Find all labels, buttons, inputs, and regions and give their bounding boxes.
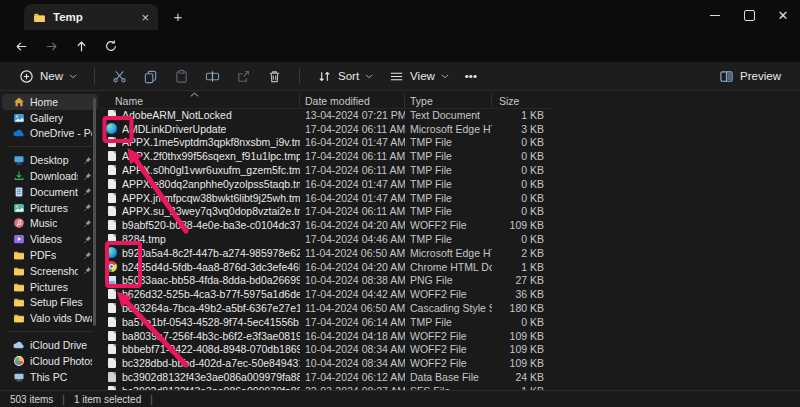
sidebar-item-label: iCloud Photos <box>30 355 92 367</box>
column-header-size[interactable]: Size <box>492 93 552 108</box>
file-size: 1 KB <box>492 109 548 121</box>
file-size: 0 KB <box>492 316 548 328</box>
file-date-modified: 16-04-2024 01:47 AM <box>300 192 405 204</box>
file-file-icon <box>108 206 116 216</box>
selection-count: 1 item selected <box>74 394 141 405</box>
file-row[interactable]: b626d32-525b-4ca3-b77f-5975a1d6de7d.tm..… <box>100 287 800 301</box>
file-row[interactable]: 8284.tmp17-04-2024 04:46 AMTMP File0 KB <box>100 232 800 246</box>
this-pc-icon <box>12 370 25 383</box>
column-header-name[interactable]: Name <box>100 93 300 108</box>
share-icon[interactable] <box>229 66 258 87</box>
sidebar-item-music[interactable]: Music <box>2 216 98 232</box>
file-row[interactable]: AMDLinkDriverUpdate17-04-2024 06:11 AMMi… <box>100 122 800 136</box>
file-type: TMP File <box>405 233 492 245</box>
sidebar-item-downloads[interactable]: Downloads <box>2 168 98 184</box>
file-row[interactable]: ba57e1bf-0543-4528-9f74-5ec41556b1b2.tmp… <box>100 315 800 329</box>
new-tab-button[interactable]: + <box>168 6 188 26</box>
file-name: APPX.su_23wey7q3vq0dop8vztai2e.tmp <box>122 205 300 217</box>
file-row[interactable]: ba8039a7-256f-4b3c-b6f2-e3f3ae081944.tmp… <box>100 329 800 343</box>
file-date-modified: 10-04-2024 08:34 AM <box>300 357 405 369</box>
sidebar-scrollbar[interactable] <box>93 98 96 326</box>
delete-icon[interactable] <box>260 66 289 87</box>
sidebar-item-valo-vids-dwai[interactable]: Valo vids Dwai <box>2 310 98 326</box>
file-type: TMP File <box>405 136 492 148</box>
file-file-icon <box>108 234 116 244</box>
file-row[interactable]: APPX.1me5vptdm3qpkf8nxsbm_i9v.tmp16-04-2… <box>100 136 800 150</box>
sidebar-item-label: iCloud Drive <box>30 339 87 351</box>
item-count: 503 items <box>10 394 53 405</box>
pin-icon <box>83 172 92 181</box>
navigation-bar: ›Dwaipayan Sengupta›AppData›Local›Temp› … <box>0 30 800 62</box>
column-header-type[interactable]: Type <box>405 93 492 108</box>
forward-icon[interactable] <box>38 33 64 59</box>
file-name: APPX.s0h0gl1vwr6uxufm_gzem5fc.tmp <box>122 164 300 176</box>
cut-icon[interactable] <box>105 66 134 87</box>
sidebar-item-documents[interactable]: Documents <box>2 184 98 200</box>
sidebar-item-onedrive-persor[interactable]: OneDrive - Persor <box>2 126 98 142</box>
file-row[interactable]: b2435d4d-5fdb-4aa8-876d-3dc3efe46be9.tmp… <box>100 260 800 274</box>
file-row[interactable]: APPX.e80dq2anphhe0yzolpss5taqb.tmp16-04-… <box>100 177 800 191</box>
sort-button[interactable]: Sort <box>310 66 380 87</box>
file-name: bbbebf71-9422-408d-8948-070db18691c9.tm.… <box>122 343 300 355</box>
sidebar-item-gallery[interactable]: Gallery <box>2 110 98 126</box>
sidebar-item-label: Music <box>30 217 57 229</box>
file-file-icon <box>108 193 116 203</box>
new-button[interactable]: New <box>12 66 84 87</box>
file-row[interactable]: b9abf520-b088-4e0e-ba3e-c0104dc3749d.tmp… <box>100 218 800 232</box>
rename-icon[interactable] <box>198 66 227 87</box>
file-size: 109 KB <box>492 357 548 369</box>
sidebar-item-pictures[interactable]: Pictures <box>2 279 98 295</box>
file-name: 8284.tmp <box>122 233 166 245</box>
more-options-icon[interactable]: ••• <box>458 67 484 85</box>
sidebar-separator <box>8 331 92 332</box>
status-separator: | <box>150 394 153 405</box>
sidebar-item-setup-files[interactable]: Setup Files <box>2 295 98 311</box>
sidebar-item-pdfs[interactable]: PDFs <box>2 247 98 263</box>
file-row[interactable]: b093264a-7bca-49b2-a5bf-6367e27e1e79.tmp… <box>100 301 800 315</box>
file-row[interactable]: APPX.s0h0gl1vwr6uxufm_gzem5fc.tmp17-04-2… <box>100 163 800 177</box>
file-row[interactable]: b5033aac-bb58-4fda-8dda-bd0a2669932f.tmp… <box>100 274 800 288</box>
close-button[interactable]: ✕ <box>766 0 800 30</box>
column-header-date-modified[interactable]: Date modified <box>300 93 405 108</box>
onedrive-icon <box>12 127 25 140</box>
file-name: b626d32-525b-4ca3-b77f-5975a1d6de7d.tm..… <box>122 288 300 300</box>
image-file-icon <box>107 276 116 285</box>
maximize-button[interactable] <box>732 0 766 30</box>
sidebar-item-home[interactable]: Home <box>2 94 98 110</box>
edge-file-icon <box>106 123 117 134</box>
sidebar-item-videos[interactable]: Videos <box>2 231 98 247</box>
file-size: 109 KB <box>492 330 548 342</box>
file-size: 180 KB <box>492 302 548 314</box>
paste-icon[interactable] <box>167 66 196 87</box>
sidebar-item-icloud-drive[interactable]: iCloud Drive <box>2 337 98 353</box>
refresh-icon[interactable] <box>98 33 124 59</box>
file-row[interactable]: b920a5a4-8c2f-447b-a274-985978e6298f.tmp… <box>100 246 800 260</box>
file-row[interactable]: bc328dbd-bbbd-402d-a7ec-50e8494314dc.tm.… <box>100 356 800 370</box>
sidebar-item-pictures[interactable]: Pictures <box>2 200 98 216</box>
preview-button[interactable]: Preview <box>712 66 788 87</box>
tab-close-icon[interactable]: × <box>141 11 149 24</box>
up-icon[interactable] <box>68 33 94 59</box>
sidebar-item-screenshots[interactable]: Screenshots <box>2 263 98 279</box>
sort-ascending-icon <box>190 92 199 97</box>
tab-temp[interactable]: Temp × <box>24 4 158 30</box>
file-row[interactable]: bc3902d8132f43e3ae086a009979fa8817-04-20… <box>100 370 800 384</box>
file-row[interactable]: APPX.jmmfpcqw38bwkt6libt9j25wh.tmp16-04-… <box>100 191 800 205</box>
file-type: TMP File <box>405 316 492 328</box>
sidebar-item-icloud-photos[interactable]: iCloud Photos <box>2 353 98 369</box>
file-row[interactable]: bbbebf71-9422-408d-8948-070db18691c9.tm.… <box>100 343 800 357</box>
sidebar-item-this-pc[interactable]: This PC <box>2 369 98 385</box>
file-type: Microsoft Edge HTM... <box>405 123 492 135</box>
file-size: 0 KB <box>492 205 548 217</box>
file-date-modified: 17-04-2024 06:11 AM <box>300 164 405 176</box>
file-date-modified: 10-04-2024 08:34 AM <box>300 343 405 355</box>
pin-icon <box>83 266 92 275</box>
back-icon[interactable] <box>8 33 34 59</box>
copy-icon[interactable] <box>136 66 165 87</box>
sidebar-item-desktop[interactable]: Desktop <box>2 152 98 168</box>
file-row[interactable]: APPX.su_23wey7q3vq0dop8vztai2e.tmp17-04-… <box>100 205 800 219</box>
view-button[interactable]: View <box>382 66 456 87</box>
file-row[interactable]: APPX.2f0thx99f56sqexn_f91u1lpc.tmp17-04-… <box>100 149 800 163</box>
minimize-button[interactable] <box>698 0 732 30</box>
file-row[interactable]: AdobeARM_NotLocked13-04-2024 07:21 PMTex… <box>100 108 800 122</box>
